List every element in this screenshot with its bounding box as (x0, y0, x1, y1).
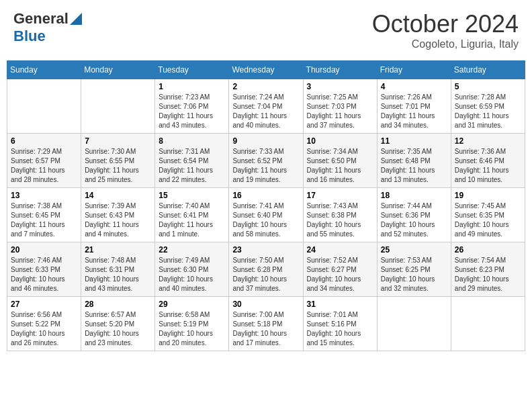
calendar-cell: 16Sunrise: 7:41 AM Sunset: 6:40 PM Dayli… (229, 188, 303, 242)
calendar-cell: 3Sunrise: 7:25 AM Sunset: 7:03 PM Daylig… (303, 79, 377, 134)
calendar-cell: 6Sunrise: 7:29 AM Sunset: 6:57 PM Daylig… (7, 134, 81, 188)
day-info: Sunrise: 7:23 AM Sunset: 7:06 PM Dayligh… (159, 93, 225, 130)
calendar-week-row: 27Sunrise: 6:56 AM Sunset: 5:22 PM Dayli… (7, 297, 525, 351)
calendar-week-row: 13Sunrise: 7:38 AM Sunset: 6:45 PM Dayli… (7, 188, 525, 242)
day-info: Sunrise: 7:50 AM Sunset: 6:28 PM Dayligh… (232, 256, 299, 293)
day-number: 26 (455, 245, 521, 255)
day-number: 16 (232, 191, 299, 200)
svg-marker-0 (70, 13, 82, 25)
calendar-cell: 26Sunrise: 7:54 AM Sunset: 6:23 PM Dayli… (451, 242, 525, 297)
day-number: 17 (307, 191, 373, 200)
calendar-cell: 19Sunrise: 7:45 AM Sunset: 6:35 PM Dayli… (451, 188, 525, 242)
day-info: Sunrise: 7:41 AM Sunset: 6:40 PM Dayligh… (232, 201, 299, 239)
calendar-cell: 17Sunrise: 7:43 AM Sunset: 6:38 PM Dayli… (303, 188, 377, 242)
day-info: Sunrise: 7:24 AM Sunset: 7:04 PM Dayligh… (232, 93, 299, 130)
day-number: 21 (85, 245, 151, 255)
day-number: 5 (455, 82, 521, 91)
day-number: 12 (455, 136, 521, 146)
day-info: Sunrise: 7:30 AM Sunset: 6:55 PM Dayligh… (85, 147, 151, 185)
calendar-cell: 2Sunrise: 7:24 AM Sunset: 7:04 PM Daylig… (229, 79, 303, 134)
day-info: Sunrise: 7:40 AM Sunset: 6:41 PM Dayligh… (159, 201, 225, 239)
calendar-cell: 28Sunrise: 6:57 AM Sunset: 5:20 PM Dayli… (81, 297, 155, 351)
day-info: Sunrise: 7:48 AM Sunset: 6:31 PM Dayligh… (85, 256, 151, 293)
page-header: General Blue October 2024 Cogoleto, Ligu… (7, 7, 525, 54)
day-number: 7 (85, 136, 151, 146)
day-number: 11 (381, 136, 447, 146)
calendar-cell: 5Sunrise: 7:28 AM Sunset: 6:59 PM Daylig… (451, 79, 525, 134)
calendar-cell: 12Sunrise: 7:36 AM Sunset: 6:46 PM Dayli… (451, 134, 525, 188)
day-number: 14 (85, 191, 151, 200)
day-info: Sunrise: 7:38 AM Sunset: 6:45 PM Dayligh… (11, 201, 77, 239)
calendar-cell: 24Sunrise: 7:52 AM Sunset: 6:27 PM Dayli… (303, 242, 377, 297)
day-number: 30 (232, 300, 299, 309)
day-number: 9 (232, 136, 299, 146)
logo-triangle-icon (70, 13, 82, 25)
page-title: October 2024 (372, 10, 519, 38)
calendar-cell: 29Sunrise: 6:58 AM Sunset: 5:19 PM Dayli… (155, 297, 229, 351)
calendar-cell (81, 79, 155, 134)
day-number: 28 (85, 300, 151, 309)
calendar-cell (377, 297, 451, 351)
day-number: 24 (307, 245, 373, 255)
day-info: Sunrise: 7:46 AM Sunset: 6:33 PM Dayligh… (11, 256, 77, 293)
day-info: Sunrise: 7:26 AM Sunset: 7:01 PM Dayligh… (381, 93, 447, 130)
title-block: October 2024 Cogoleto, Liguria, Italy (372, 10, 519, 50)
calendar-cell: 22Sunrise: 7:49 AM Sunset: 6:30 PM Dayli… (155, 242, 229, 297)
day-info: Sunrise: 7:53 AM Sunset: 6:25 PM Dayligh… (381, 256, 447, 293)
day-info: Sunrise: 7:44 AM Sunset: 6:36 PM Dayligh… (381, 201, 447, 239)
calendar-cell: 8Sunrise: 7:31 AM Sunset: 6:54 PM Daylig… (155, 134, 229, 188)
day-info: Sunrise: 6:58 AM Sunset: 5:19 PM Dayligh… (159, 310, 225, 348)
day-number: 6 (11, 136, 77, 146)
calendar-header-row: SundayMondayTuesdayWednesdayThursdayFrid… (7, 61, 525, 79)
calendar-cell: 15Sunrise: 7:40 AM Sunset: 6:41 PM Dayli… (155, 188, 229, 242)
day-info: Sunrise: 7:28 AM Sunset: 6:59 PM Dayligh… (455, 93, 521, 130)
calendar-cell: 10Sunrise: 7:34 AM Sunset: 6:50 PM Dayli… (303, 134, 377, 188)
day-number: 4 (381, 82, 447, 91)
day-number: 29 (159, 300, 225, 309)
calendar-cell: 21Sunrise: 7:48 AM Sunset: 6:31 PM Dayli… (81, 242, 155, 297)
page-location: Cogoleto, Liguria, Italy (372, 38, 519, 50)
day-number: 25 (381, 245, 447, 255)
day-info: Sunrise: 7:00 AM Sunset: 5:18 PM Dayligh… (232, 310, 299, 348)
day-info: Sunrise: 7:34 AM Sunset: 6:50 PM Dayligh… (307, 147, 373, 185)
day-info: Sunrise: 7:52 AM Sunset: 6:27 PM Dayligh… (307, 256, 373, 293)
day-info: Sunrise: 7:49 AM Sunset: 6:30 PM Dayligh… (159, 256, 225, 293)
column-header-wednesday: Wednesday (229, 61, 303, 79)
day-number: 31 (307, 300, 373, 309)
calendar-cell: 14Sunrise: 7:39 AM Sunset: 6:43 PM Dayli… (81, 188, 155, 242)
day-number: 8 (159, 136, 225, 146)
day-number: 3 (307, 82, 373, 91)
calendar-cell: 20Sunrise: 7:46 AM Sunset: 6:33 PM Dayli… (7, 242, 81, 297)
logo: General Blue (13, 10, 83, 45)
calendar-cell: 18Sunrise: 7:44 AM Sunset: 6:36 PM Dayli… (377, 188, 451, 242)
day-info: Sunrise: 7:45 AM Sunset: 6:35 PM Dayligh… (455, 201, 521, 239)
calendar-week-row: 1Sunrise: 7:23 AM Sunset: 7:06 PM Daylig… (7, 79, 525, 134)
day-number: 13 (11, 191, 77, 200)
calendar-cell: 13Sunrise: 7:38 AM Sunset: 6:45 PM Dayli… (7, 188, 81, 242)
calendar-cell (7, 79, 81, 134)
logo-blue-text: Blue (13, 28, 46, 45)
calendar-cell: 25Sunrise: 7:53 AM Sunset: 6:25 PM Dayli… (377, 242, 451, 297)
calendar-cell: 30Sunrise: 7:00 AM Sunset: 5:18 PM Dayli… (229, 297, 303, 351)
day-number: 18 (381, 191, 447, 200)
day-number: 2 (232, 82, 299, 91)
day-number: 20 (11, 245, 77, 255)
day-info: Sunrise: 6:57 AM Sunset: 5:20 PM Dayligh… (85, 310, 151, 348)
day-info: Sunrise: 7:35 AM Sunset: 6:48 PM Dayligh… (381, 147, 447, 185)
calendar-cell: 1Sunrise: 7:23 AM Sunset: 7:06 PM Daylig… (155, 79, 229, 134)
column-header-friday: Friday (377, 61, 451, 79)
calendar-cell: 31Sunrise: 7:01 AM Sunset: 5:16 PM Dayli… (303, 297, 377, 351)
day-number: 1 (159, 82, 225, 91)
column-header-tuesday: Tuesday (155, 61, 229, 79)
calendar-week-row: 6Sunrise: 7:29 AM Sunset: 6:57 PM Daylig… (7, 134, 525, 188)
day-info: Sunrise: 7:39 AM Sunset: 6:43 PM Dayligh… (85, 201, 151, 239)
day-info: Sunrise: 7:01 AM Sunset: 5:16 PM Dayligh… (307, 310, 373, 348)
calendar-cell: 27Sunrise: 6:56 AM Sunset: 5:22 PM Dayli… (7, 297, 81, 351)
column-header-thursday: Thursday (303, 61, 377, 79)
calendar-table: SundayMondayTuesdayWednesdayThursdayFrid… (7, 60, 525, 351)
day-number: 23 (232, 245, 299, 255)
calendar-cell: 4Sunrise: 7:26 AM Sunset: 7:01 PM Daylig… (377, 79, 451, 134)
day-number: 10 (307, 136, 373, 146)
day-number: 27 (11, 300, 77, 309)
column-header-saturday: Saturday (451, 61, 525, 79)
